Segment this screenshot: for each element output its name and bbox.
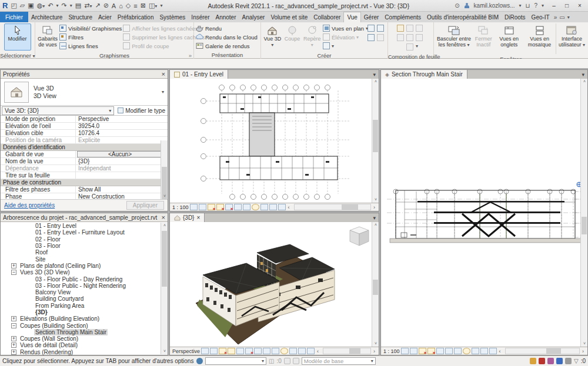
hscroll-right-icon[interactable]: › (581, 348, 585, 354)
tab-inserer[interactable]: Insérer (188, 12, 212, 22)
temporary-hide-isolate-icon[interactable] (272, 348, 279, 354)
users-icon[interactable] (547, 358, 554, 364)
panel-label-presentation[interactable]: Présentation (194, 51, 260, 59)
vues-en-plan-button[interactable]: Vues en plan ▾ (323, 24, 366, 32)
browser-scrollbar[interactable]: ˄˅ (161, 223, 168, 354)
analytical-model-icon[interactable] (269, 204, 277, 210)
save-icon[interactable]: ▣ (28, 2, 34, 9)
expander-icon[interactable]: − (11, 270, 16, 275)
expander-icon[interactable]: + (11, 263, 16, 268)
sun-path-icon[interactable]: × (419, 348, 426, 354)
text-icon[interactable]: A (112, 2, 116, 9)
3d-view-tab[interactable]: {3D} × (170, 213, 205, 222)
temporary-view-properties-icon[interactable] (480, 348, 488, 354)
plan-scale[interactable]: 1 : 100 (172, 204, 189, 210)
sun-settings-icon[interactable] (228, 348, 235, 354)
user-dropdown-icon[interactable]: ▾ (519, 3, 522, 8)
ribbon-state-icon[interactable]: ▭ (559, 14, 564, 21)
legends-button[interactable]: ▾ (323, 42, 366, 50)
tree-item[interactable]: +Elévations (Building Elevation) (1, 315, 168, 322)
tree-item[interactable]: +Coupes (Wall Section) (1, 335, 168, 342)
temporary-view-properties-icon[interactable] (260, 204, 268, 210)
redo-dropdown-icon[interactable]: ▾ (70, 3, 72, 8)
detail-level-icon[interactable] (401, 348, 409, 354)
crop-view-icon[interactable] (254, 348, 262, 354)
property-row[interactable]: Position de la caméraExplicite (1, 137, 168, 144)
maximize-button[interactable]: □ (561, 2, 573, 9)
visual-style-icon[interactable] (410, 348, 417, 354)
constraints-icon[interactable] (489, 348, 497, 354)
plan-window-menu-icon[interactable]: ▾ (370, 70, 379, 79)
settings-gear-icon[interactable] (565, 358, 572, 364)
tab-annoter[interactable]: Annoter (212, 12, 239, 22)
shadows-icon[interactable]: × (427, 348, 435, 354)
tab-acier[interactable]: Acier (95, 12, 115, 22)
section-canvas[interactable]: ˄˅ (381, 79, 587, 347)
undo-icon[interactable]: ↶ (48, 2, 53, 9)
tree-item[interactable]: 03 - Floor Public - Night Rendering (1, 283, 168, 289)
tab-volume-et-site[interactable]: Volume et site (268, 12, 310, 22)
3d-hscrollbar[interactable] (323, 348, 371, 354)
property-row[interactable]: Filtre des phasesShow All (1, 186, 168, 193)
minimize-button[interactable]: – (548, 2, 560, 9)
tab-structure[interactable]: Structure (65, 12, 95, 22)
tab-collaborer[interactable]: Collaborer (310, 12, 343, 22)
tree-item[interactable]: 03 - Floor Public - Day Rendering (1, 276, 168, 282)
hscroll-right-icon[interactable]: › (372, 204, 376, 210)
type-selector-dropdown-icon[interactable]: ▾ (162, 89, 164, 95)
reveal-hidden-elements-icon[interactable] (463, 348, 470, 354)
thin-lines-icon[interactable]: ≡ (133, 2, 137, 9)
plan-view-tab[interactable]: 01 - Entry Level (170, 70, 228, 79)
tree-item[interactable]: 02 - Floor (1, 236, 168, 243)
galerie-rendus-button[interactable]: Galerie de rendus (196, 42, 258, 50)
schedules-icon[interactable] (377, 25, 384, 32)
ribbon-state-dropdown-icon[interactable]: ▾ (567, 15, 570, 20)
property-row[interactable]: Mode de projectionPerspective (1, 116, 168, 123)
interface-utilisateur-button[interactable]: Interface utilisateur ▾ (557, 23, 586, 51)
reveal-hidden-elements-icon[interactable] (280, 348, 288, 354)
tab-overflow-icon[interactable]: » (554, 14, 557, 21)
crop-view-icon[interactable] (436, 348, 444, 354)
tree-item[interactable]: Site (1, 256, 168, 262)
worksets-combo[interactable]: ▾ (205, 357, 266, 365)
vues-mosaique-button[interactable]: Vues en mosaïque (524, 23, 554, 51)
vue-3d-button[interactable]: Vue 3D ▾ (263, 23, 282, 51)
visual-style-icon[interactable] (210, 348, 218, 354)
expander-icon[interactable]: − (11, 323, 16, 328)
displaced-elements-icon[interactable] (307, 348, 315, 354)
section-window-menu-icon[interactable]: ▾ (579, 70, 587, 79)
properties-header[interactable]: Propriétés × (1, 70, 168, 79)
tab-diroots[interactable]: DiRoots (502, 12, 529, 22)
apply-button[interactable]: Appliquer (126, 201, 164, 210)
3d-vscrollbar[interactable]: ˄˅ (372, 222, 379, 347)
tree-item[interactable]: +Plans de plafond (Ceiling Plan) (1, 263, 168, 269)
sync-status-icon[interactable] (556, 358, 563, 364)
tab-vue[interactable]: Vue (343, 12, 360, 22)
lignes-fines-button[interactable]: Lignes fines (59, 42, 122, 50)
tree-item[interactable]: Building Courtyard (1, 296, 168, 302)
render-dialog-icon[interactable]: × (245, 348, 253, 354)
default-3d-view-icon[interactable]: ⌂ (119, 2, 123, 9)
worksets-icon[interactable] (196, 358, 203, 364)
view-combo[interactable]: Vue 3D: {3D}▾ (2, 106, 114, 115)
tab-analyser[interactable]: Analyser (239, 12, 268, 22)
3d-window-menu-icon[interactable]: ▾ (370, 213, 379, 222)
tree-item[interactable]: −Vues 3D (3D View) (1, 269, 168, 276)
basculer-fenetres-button[interactable]: Basculer entre les fenêtres ▾ (436, 23, 472, 51)
close-hidden-windows-icon[interactable]: ⊠ (141, 2, 146, 9)
revit-logo-icon[interactable]: R (2, 1, 8, 10)
tab-fichier[interactable]: Fichier (0, 12, 28, 22)
property-row[interactable]: Elévation de l'oeil39254.0 (1, 123, 168, 130)
undo-dropdown-icon[interactable]: ▾ (56, 3, 59, 8)
expander-icon[interactable]: + (11, 350, 16, 355)
3d-tab-close-icon[interactable]: × (196, 214, 200, 221)
edit-type-button[interactable]: Modifier le type (115, 108, 168, 114)
tab-interoperabilite[interactable]: Outils d'interopérabilité BIM (424, 12, 502, 22)
visibilite-graphismes-button[interactable]: Visibilité/ Graphismes (59, 24, 122, 32)
search-icon[interactable]: ⊙ (455, 2, 459, 9)
tree-item[interactable]: Roof (1, 249, 168, 256)
browser-close-icon[interactable]: × (162, 214, 165, 221)
editing-requests-icon[interactable] (539, 358, 545, 364)
gabarits-de-vues-button[interactable]: Gabarits de vues (37, 23, 58, 51)
properties-close-icon[interactable]: × (162, 70, 165, 78)
